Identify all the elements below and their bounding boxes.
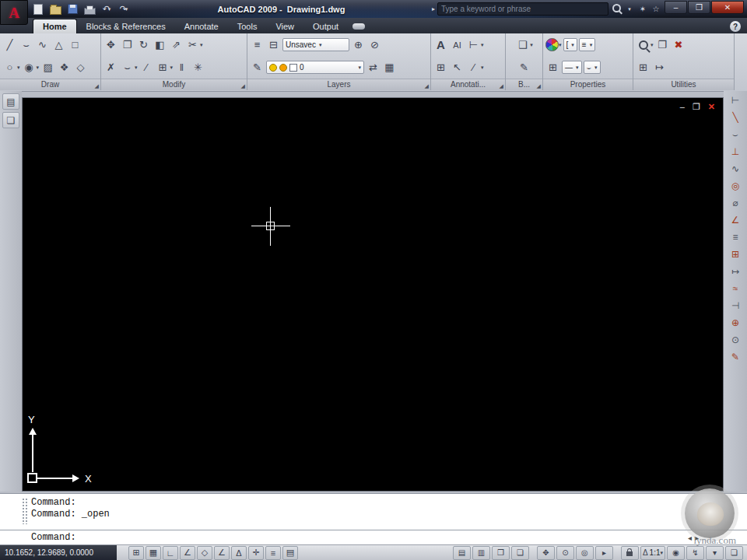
fillet-icon[interactable]: ⌣ bbox=[120, 60, 135, 75]
redo-button[interactable]: ↷▾ bbox=[117, 2, 131, 16]
block-editor-icon[interactable]: ✎ bbox=[517, 60, 531, 75]
panel-expand-icon[interactable]: ◢ bbox=[95, 83, 99, 89]
infocenter-collapse-icon[interactable]: ▸ bbox=[432, 5, 435, 12]
dim-diameter-icon[interactable]: ⌀ bbox=[727, 195, 744, 211]
drawing-canvas[interactable]: – ❐ ✕ Y X bbox=[22, 97, 724, 492]
dim-angular-icon[interactable]: ∠ bbox=[727, 212, 744, 228]
boundary-icon[interactable]: ◇ bbox=[73, 60, 88, 75]
command-window[interactable]: Command: Command: _open Command: bbox=[0, 493, 747, 544]
toolbar-lock-button[interactable] bbox=[621, 546, 639, 560]
chevron-down-icon[interactable]: ▾ bbox=[481, 65, 484, 71]
ortho-toggle[interactable]: ∟ bbox=[163, 546, 178, 560]
scale-icon[interactable]: ⇗ bbox=[169, 37, 184, 53]
drawing-close-button[interactable]: ✕ bbox=[708, 103, 715, 110]
search-options-chevron-icon[interactable]: ▾ bbox=[624, 6, 635, 12]
dim-arc-length-icon[interactable]: ⌣ bbox=[727, 127, 744, 142]
show-motion-icon[interactable]: ▸ bbox=[595, 546, 613, 560]
rectangle-icon[interactable]: □ bbox=[68, 37, 82, 53]
command-prompt-row[interactable]: Command: bbox=[0, 530, 747, 544]
rotate-icon[interactable]: ↻ bbox=[136, 37, 151, 53]
ducs-toggle[interactable]: Δ bbox=[231, 546, 247, 560]
tab-annotate[interactable]: Annotate bbox=[175, 19, 228, 33]
panel-label-modify[interactable]: Modify bbox=[101, 79, 247, 90]
chevron-down-icon[interactable]: ▾ bbox=[559, 42, 562, 48]
layer-freeze-icon[interactable]: ⊘ bbox=[367, 37, 382, 53]
properties-palette-icon[interactable]: ⊞ bbox=[545, 60, 560, 75]
quick-view-layouts-icon[interactable]: ❏ bbox=[511, 546, 529, 560]
ribbon-minimize-icon[interactable] bbox=[352, 23, 365, 30]
tab-home[interactable]: Home bbox=[33, 19, 77, 33]
quick-view-drawings-icon[interactable]: ❐ bbox=[492, 546, 510, 560]
layer-states-icon[interactable]: ⊟ bbox=[266, 37, 281, 53]
annotation-visibility-icon[interactable]: ◉ bbox=[667, 546, 685, 560]
chevron-down-icon[interactable]: ▾ bbox=[651, 42, 654, 48]
chevron-down-icon[interactable]: ▾ bbox=[135, 65, 138, 71]
chamfer-icon[interactable]: ∕ bbox=[139, 60, 154, 75]
sheet-set-icon[interactable]: ❏ bbox=[2, 112, 19, 128]
drawing-restore-button[interactable]: ❐ bbox=[693, 103, 700, 110]
line-icon[interactable]: ╱ bbox=[2, 37, 17, 53]
dimension-icon[interactable]: ⊢ bbox=[466, 37, 481, 53]
panel-label-properties[interactable]: Properties bbox=[543, 79, 633, 90]
layer-walk-icon[interactable]: ▦ bbox=[382, 60, 397, 75]
chevron-down-icon[interactable]: ▾ bbox=[17, 65, 20, 71]
panel-expand-icon[interactable]: ◢ bbox=[425, 83, 429, 89]
offset-icon[interactable]: ‖ bbox=[174, 60, 189, 75]
search-input[interactable] bbox=[437, 2, 608, 16]
mirror-icon[interactable]: ◧ bbox=[153, 37, 167, 53]
text-style-icon[interactable]: AI bbox=[450, 37, 465, 53]
hatch-icon[interactable]: ▨ bbox=[40, 60, 55, 75]
move-icon[interactable]: ✥ bbox=[103, 37, 118, 53]
dim-spacing-icon[interactable]: ≈ bbox=[727, 281, 744, 296]
zoom-icon[interactable]: ⊙ bbox=[556, 546, 574, 560]
search-button[interactable] bbox=[611, 4, 622, 14]
dim-jogged-icon[interactable]: ∿ bbox=[727, 161, 744, 177]
array-icon[interactable]: ⊞ bbox=[156, 60, 170, 75]
object-color-dropdown[interactable]: [▾ bbox=[563, 38, 577, 51]
layer-dropdown[interactable]: 0 ▾ bbox=[266, 61, 364, 74]
favorites-icon[interactable]: ☆ bbox=[651, 5, 661, 13]
erase-icon[interactable]: ✗ bbox=[103, 60, 118, 75]
minimize-button[interactable]: – bbox=[665, 1, 687, 14]
chevron-down-icon[interactable]: ▾ bbox=[37, 65, 40, 71]
pan-icon[interactable]: ✥ bbox=[537, 546, 555, 560]
quick-calc-icon[interactable]: ⊞ bbox=[636, 60, 651, 75]
dim-edit-icon[interactable]: ✎ bbox=[727, 349, 744, 365]
command-prompt[interactable]: Command: bbox=[0, 530, 747, 544]
new-drawing-button[interactable] bbox=[31, 2, 45, 16]
layout-tab-icon[interactable]: ▥ bbox=[472, 546, 490, 560]
ellipse-icon[interactable]: ◉ bbox=[22, 60, 37, 75]
dim-break-icon[interactable]: ⊣ bbox=[727, 298, 744, 313]
multileader-icon[interactable]: ↖ bbox=[450, 60, 465, 75]
panel-label-layers[interactable]: Layers bbox=[247, 79, 430, 90]
otrack-toggle[interactable]: ∠ bbox=[214, 546, 230, 560]
layer-on-bulb-icon[interactable] bbox=[269, 64, 277, 72]
tab-tools[interactable]: Tools bbox=[228, 19, 267, 33]
model-tab-icon[interactable]: ▤ bbox=[453, 546, 471, 560]
layer-match-icon[interactable]: ✎ bbox=[250, 60, 265, 75]
chevron-down-icon[interactable]: ▾ bbox=[125, 6, 128, 12]
tool-palette-icon[interactable]: ▤ bbox=[2, 93, 19, 110]
dim-continue-icon[interactable]: ↦ bbox=[727, 264, 744, 279]
coordinates-readout[interactable]: 10.1652, 12.9689, 0.0000 bbox=[0, 545, 117, 560]
help-icon[interactable]: ? bbox=[730, 21, 741, 32]
grid-toggle[interactable]: ▦ bbox=[146, 546, 161, 560]
purge-icon[interactable]: ✖ bbox=[672, 37, 686, 53]
multiline-text-icon[interactable]: A bbox=[433, 37, 448, 53]
panel-label-annotation[interactable]: Annotati... bbox=[431, 79, 505, 90]
lineweight-dropdown[interactable]: ≡▾ bbox=[579, 38, 595, 51]
annotation-scale-button[interactable]: Δ 1:1 ▾ bbox=[640, 546, 665, 560]
copy-icon[interactable]: ❐ bbox=[120, 37, 135, 53]
layer-color-swatch[interactable] bbox=[289, 64, 297, 72]
command-drag-grip[interactable] bbox=[22, 498, 28, 524]
plot-button[interactable] bbox=[82, 2, 96, 16]
polygon-icon[interactable]: △ bbox=[51, 37, 66, 53]
panel-label-utilities[interactable]: Utilities bbox=[633, 79, 734, 90]
tolerance-icon[interactable]: ⊕ bbox=[727, 315, 744, 331]
maximize-button[interactable]: ❐ bbox=[688, 1, 710, 14]
qp-toggle[interactable]: ▤ bbox=[282, 546, 298, 560]
snap-toggle[interactable]: ⊞ bbox=[128, 546, 144, 560]
circle-icon[interactable]: ○ bbox=[2, 60, 17, 75]
gradient-icon[interactable]: ❖ bbox=[57, 60, 72, 75]
chevron-down-icon[interactable]: ▾ bbox=[481, 42, 484, 48]
